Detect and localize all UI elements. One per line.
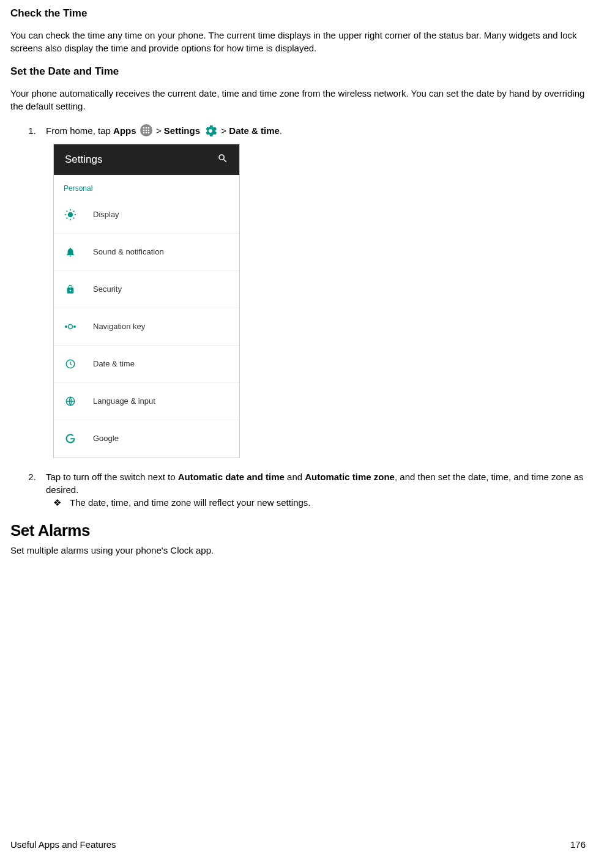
settings-icon (204, 124, 217, 140)
footer-left: Useful Apps and Features (10, 839, 116, 850)
svg-point-1 (143, 127, 144, 129)
step2-prefix: Tap to turn off the switch next to (46, 472, 178, 482)
step1-datetime: Date & time (229, 125, 280, 136)
step2-bold2: Automatic time zone (305, 472, 395, 482)
screenshot-header: Settings (54, 144, 239, 175)
step1-prefix: From home, tap (46, 125, 113, 136)
row-datetime: Date & time (54, 346, 239, 383)
row-display-label: Display (93, 209, 119, 220)
svg-point-11 (65, 325, 67, 328)
row-datetime-label: Date & time (93, 358, 135, 369)
row-navkey: Navigation key (54, 308, 239, 346)
result-text: The date, time, and time zone will refle… (70, 496, 311, 509)
clock-icon (64, 357, 77, 371)
step1-apps: Apps (113, 125, 136, 136)
step1-settings: Settings (164, 125, 200, 136)
lock-icon (64, 283, 77, 296)
row-security-label: Security (93, 284, 122, 295)
bell-icon (64, 245, 77, 259)
apps-icon (140, 124, 152, 139)
svg-point-10 (68, 212, 73, 217)
svg-point-3 (147, 127, 149, 129)
row-sound: Sound & notification (54, 234, 239, 271)
result-bullet: ❖ The date, time, and time zone will ref… (46, 496, 586, 509)
footer-page-number: 176 (570, 839, 586, 850)
globe-icon (64, 395, 77, 408)
svg-point-5 (145, 130, 147, 132)
svg-point-12 (69, 324, 73, 328)
para-check-time: You can check the time any time on your … (10, 29, 586, 54)
screenshot-section-label: Personal (54, 175, 239, 196)
heading-check-time: Check the Time (10, 7, 586, 20)
screenshot-title: Settings (65, 152, 102, 167)
svg-point-9 (147, 132, 149, 134)
settings-screenshot: Settings Personal Display Sound & notifi… (53, 144, 240, 458)
step-1: From home, tap Apps > Settings > Date & … (39, 124, 586, 458)
diamond-bullet-icon: ❖ (53, 496, 61, 509)
row-language: Language & input (54, 383, 239, 420)
svg-point-6 (147, 130, 149, 132)
svg-point-7 (143, 132, 144, 134)
row-sound-label: Sound & notification (93, 247, 164, 258)
para-set-alarms: Set multiple alarms using your phone's C… (10, 544, 586, 557)
step2-bold1: Automatic date and time (178, 472, 285, 482)
para-set-date: Your phone automatically receives the cu… (10, 87, 586, 113)
step-2: Tap to turn off the switch next to Autom… (39, 470, 586, 509)
row-google-label: Google (93, 433, 119, 444)
navkey-icon (64, 320, 77, 333)
google-icon (64, 432, 77, 445)
svg-point-2 (145, 127, 147, 129)
svg-point-4 (143, 130, 144, 132)
display-icon (64, 208, 77, 221)
step1-period: . (280, 125, 282, 136)
step1-gt1: > (154, 125, 164, 136)
search-icon (217, 153, 228, 167)
page-footer: Useful Apps and Features 176 (10, 839, 586, 850)
row-navkey-label: Navigation key (93, 321, 145, 332)
svg-point-8 (145, 132, 147, 134)
row-display: Display (54, 196, 239, 234)
heading-set-date: Set the Date and Time (10, 65, 586, 78)
row-language-label: Language & input (93, 396, 155, 407)
svg-point-13 (73, 325, 76, 328)
row-security: Security (54, 271, 239, 308)
step2-mid: and (285, 472, 305, 482)
step1-gt2: > (218, 125, 229, 136)
heading-set-alarms: Set Alarms (10, 521, 586, 540)
row-google: Google (54, 420, 239, 458)
